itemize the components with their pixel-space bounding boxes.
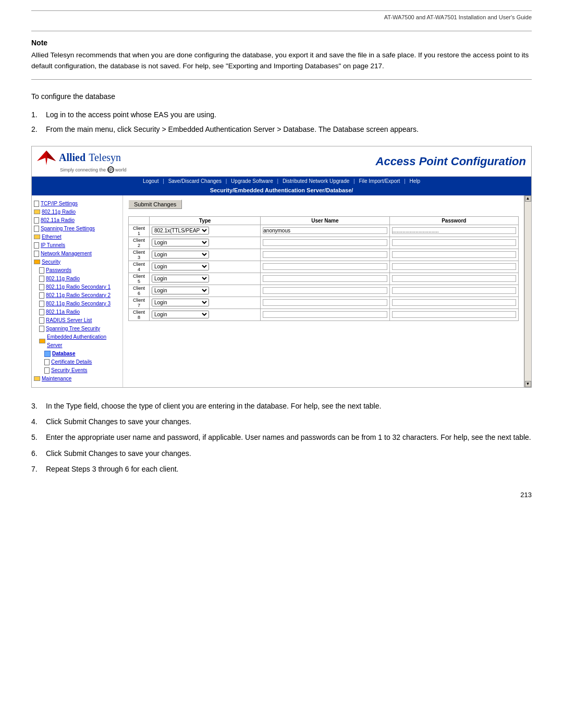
sidebar-link-tcpip[interactable]: TCP/IP Settings — [41, 200, 78, 208]
row-password-8[interactable] — [389, 309, 518, 320]
sidebar-item-eas[interactable]: Embedded Authentication Server — [34, 333, 120, 350]
username-input-4[interactable] — [263, 263, 387, 270]
sidebar-item-80211g-sec2[interactable]: 802.11g Radio Secondary 2 — [34, 291, 120, 300]
sidebar-link-security[interactable]: Security — [42, 258, 60, 266]
password-input-8[interactable] — [392, 311, 516, 318]
row-password-1[interactable] — [389, 225, 518, 237]
sidebar-link-passwords[interactable]: Passwords — [46, 266, 71, 275]
password-input-7[interactable] — [392, 299, 516, 306]
row-username-7[interactable] — [261, 297, 389, 309]
sidebar-link-80211g-radio-sec[interactable]: 802.11g Radio — [46, 275, 80, 283]
sidebar-link-iptunnels[interactable]: IP Tunnels — [41, 241, 65, 250]
sidebar-link-spanning[interactable]: Spanning Tree Settings — [41, 225, 95, 233]
row-password-7[interactable] — [389, 297, 518, 309]
sidebar-item-tcpip[interactable]: TCP/IP Settings — [34, 200, 120, 208]
sidebar-item-security-events[interactable]: Security Events — [34, 366, 120, 375]
sidebar-link-database[interactable]: Database — [52, 350, 75, 358]
scrollbar-down[interactable]: ▼ — [525, 381, 531, 387]
scrollbar-up[interactable]: ▲ — [525, 195, 531, 202]
nav-upgrade[interactable]: Upgrade Software — [231, 178, 273, 184]
type-select-4[interactable]: Login 802.1x(TTLS/PEAP) — [152, 263, 209, 270]
sidebar-link-80211g-sec1[interactable]: 802.11g Radio Secondary 1 — [46, 283, 111, 291]
sidebar-link-80211g-sec3[interactable]: 802.11g Radio Secondary 3 — [46, 300, 111, 308]
sidebar-item-security[interactable]: Security — [34, 258, 120, 266]
row-type-8[interactable]: Login 802.1x(TTLS/PEAP) — [150, 309, 261, 320]
sidebar-item-cert[interactable]: Certificate Details — [34, 358, 120, 366]
row-username-5[interactable] — [261, 273, 389, 285]
row-username-1[interactable] — [261, 225, 389, 237]
sidebar-link-security-events[interactable]: Security Events — [51, 366, 87, 375]
sidebar-link-80211g-sec2[interactable]: 802.11g Radio Secondary 2 — [46, 291, 111, 300]
type-select-8[interactable]: Login 802.1x(TTLS/PEAP) — [152, 311, 209, 318]
sidebar-item-spanning-sec[interactable]: Spanning Tree Security — [34, 325, 120, 333]
scrollbar[interactable]: ▲ ▼ — [524, 195, 531, 387]
row-username-4[interactable] — [261, 261, 389, 273]
type-select-7[interactable]: Login 802.1x(TTLS/PEAP) — [152, 299, 209, 306]
username-input-1[interactable] — [263, 227, 387, 234]
username-input-8[interactable] — [263, 311, 387, 318]
type-select-6[interactable]: Login 802.1x(TTLS/PEAP) — [152, 287, 209, 294]
sidebar-item-spanning[interactable]: Spanning Tree Settings — [34, 225, 120, 233]
username-input-6[interactable] — [263, 287, 387, 294]
sidebar-item-80211g-sec3[interactable]: 802.11g Radio Secondary 3 — [34, 300, 120, 308]
nav-help[interactable]: Help — [410, 178, 421, 184]
password-input-6[interactable] — [392, 287, 516, 294]
sidebar-item-80211a-radio[interactable]: 802.11a Radio — [34, 216, 120, 225]
nav-distributed[interactable]: Distributed Network Upgrade — [283, 178, 349, 184]
sidebar-item-iptunnels[interactable]: IP Tunnels — [34, 241, 120, 250]
sidebar-link-networkmgmt[interactable]: Network Management — [41, 250, 92, 258]
row-type-1[interactable]: 802.1x(TTLS/PEAP) Login — [150, 225, 261, 237]
password-input-1[interactable] — [392, 227, 516, 234]
password-input-4[interactable] — [392, 263, 516, 270]
password-input-2[interactable] — [392, 239, 516, 246]
type-select-5[interactable]: Login 802.1x(TTLS/PEAP) — [152, 275, 209, 282]
type-select-2[interactable]: Login 802.1x(TTLS/PEAP) — [152, 239, 209, 246]
sidebar-link-80211g[interactable]: 802.11g Radio — [42, 208, 76, 216]
sidebar-link-ethernet[interactable]: Ethernet — [42, 233, 62, 241]
sidebar-item-80211g-radio-sec[interactable]: 802.11g Radio — [34, 275, 120, 283]
row-type-6[interactable]: Login 802.1x(TTLS/PEAP) — [150, 285, 261, 297]
nav-logout[interactable]: Logout — [143, 178, 159, 184]
sidebar-item-maintenance[interactable]: Maintenance — [34, 375, 120, 383]
sidebar-item-80211a-radio-sec[interactable]: 802.11a Radio — [34, 308, 120, 316]
username-input-3[interactable] — [263, 251, 387, 258]
username-input-7[interactable] — [263, 299, 387, 306]
row-type-5[interactable]: Login 802.1x(TTLS/PEAP) — [150, 273, 261, 285]
sidebar-item-database[interactable]: Database — [34, 350, 120, 358]
row-password-5[interactable] — [389, 273, 518, 285]
sidebar-item-networkmgmt[interactable]: Network Management — [34, 250, 120, 258]
row-type-2[interactable]: Login 802.1x(TTLS/PEAP) — [150, 237, 261, 249]
nav-fileimport[interactable]: File Import/Export — [359, 178, 400, 184]
username-input-5[interactable] — [263, 275, 387, 282]
sidebar-item-80211g-sec1[interactable]: 802.11g Radio Secondary 1 — [34, 283, 120, 291]
row-username-2[interactable] — [261, 237, 389, 249]
sidebar-link-radius[interactable]: RADIUS Server List — [46, 316, 92, 325]
password-input-5[interactable] — [392, 275, 516, 282]
row-type-4[interactable]: Login 802.1x(TTLS/PEAP) — [150, 261, 261, 273]
sidebar-link-eas[interactable]: Embedded Authentication Server — [47, 333, 120, 350]
type-select-3[interactable]: Login 802.1x(TTLS/PEAP) — [152, 251, 209, 258]
username-input-2[interactable] — [263, 239, 387, 246]
row-password-2[interactable] — [389, 237, 518, 249]
sidebar-link-maintenance[interactable]: Maintenance — [42, 375, 71, 383]
sidebar-item-passwords[interactable]: Passwords — [34, 266, 120, 275]
sidebar-link-80211a-radio-sec[interactable]: 802.11a Radio — [46, 308, 80, 316]
submit-changes-button[interactable]: Submit Changes — [128, 200, 182, 209]
row-type-3[interactable]: Login 802.1x(TTLS/PEAP) — [150, 249, 261, 261]
row-username-3[interactable] — [261, 249, 389, 261]
nav-save[interactable]: Save/Discard Changes — [168, 178, 222, 184]
row-password-3[interactable] — [389, 249, 518, 261]
sidebar-item-radius[interactable]: RADIUS Server List — [34, 316, 120, 325]
row-type-7[interactable]: Login 802.1x(TTLS/PEAP) — [150, 297, 261, 309]
row-password-6[interactable] — [389, 285, 518, 297]
type-select-1[interactable]: 802.1x(TTLS/PEAP) Login — [152, 227, 209, 235]
row-username-8[interactable] — [261, 309, 389, 320]
row-password-4[interactable] — [389, 261, 518, 273]
sidebar-link-spanning-sec[interactable]: Spanning Tree Security — [46, 325, 100, 333]
password-input-3[interactable] — [392, 251, 516, 258]
sidebar-link-cert[interactable]: Certificate Details — [51, 358, 92, 366]
sidebar-item-ethernet[interactable]: Ethernet — [34, 233, 120, 241]
sidebar-item-80211g-radio[interactable]: 802.11g Radio — [34, 208, 120, 216]
sidebar-link-80211a[interactable]: 802.11a Radio — [41, 216, 75, 225]
row-username-6[interactable] — [261, 285, 389, 297]
